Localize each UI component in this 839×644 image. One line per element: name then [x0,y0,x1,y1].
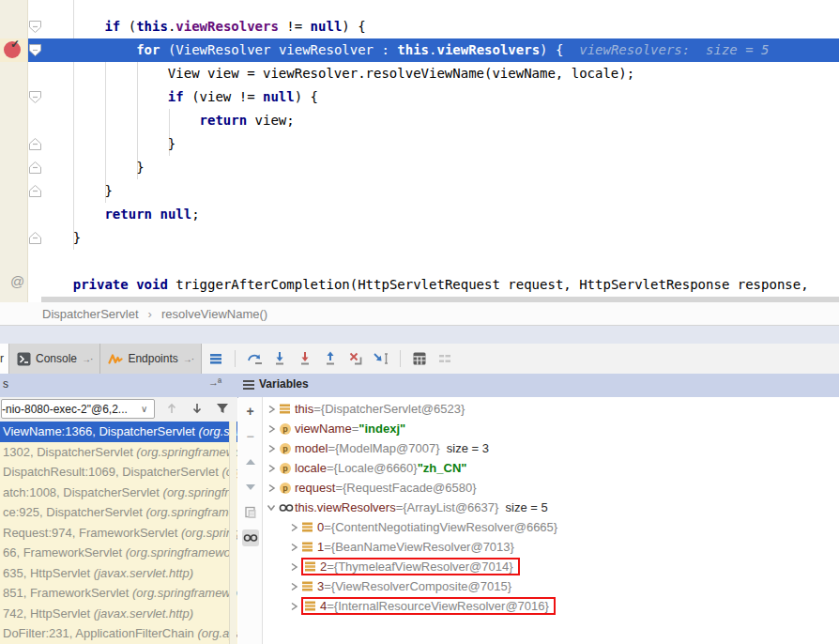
thread-selector-dropdown[interactable]: -nio-8080-exec-2"@6,2... ∨ [1,399,155,419]
chevron-right-icon[interactable] [264,444,279,453]
chevron-right-icon[interactable] [286,602,301,611]
code-line[interactable]: } [28,226,839,250]
code-editor[interactable]: if (this.viewResolvers != null) { for (V… [0,0,839,302]
code-line[interactable]: if (this.viewResolvers != null) { [28,15,839,38]
variable-row[interactable]: this = {DispatcherServlet@6523} [264,399,839,419]
fold-start-icon[interactable] [28,90,42,104]
chevron-right-icon[interactable] [264,483,279,493]
frames-scrollbar[interactable] [229,422,236,644]
variable-row[interactable]: prequest = {RequestFacade@6580} [264,478,839,498]
next-frame-icon[interactable] [189,400,206,417]
drop-frame-icon[interactable] [347,350,364,367]
variable-row[interactable]: pmodel = {ModelMap@7007} size = 3 [264,438,839,458]
step-over-icon[interactable] [246,350,263,367]
svg-text:p: p [282,424,288,434]
fold-start-icon[interactable] [28,20,42,34]
breadcrumb-item[interactable]: resolveViewName() [161,307,267,321]
code-token: } [41,230,81,245]
chevron-down-icon: ∨ [141,404,154,414]
watches-toggle-icon[interactable] [242,529,259,546]
equals-sign: = [327,461,334,475]
variables-menu-icon[interactable] [243,380,254,390]
chevron-right-icon[interactable] [286,523,301,532]
variable-row[interactable]: 4 = {InternalResourceViewResolver@7016} [264,596,839,616]
object-icon [301,541,317,553]
force-step-into-icon[interactable] [297,350,313,367]
svg-text:p: p [282,464,288,473]
fold-end-icon[interactable] [28,231,42,245]
evaluate-expression-icon[interactable] [411,350,428,367]
tab-console[interactable]: Console→· [9,344,100,374]
variable-row[interactable]: 2 = {ThymeleafViewResolver@7014} [264,557,839,576]
chevron-right-icon[interactable] [264,464,279,473]
previous-frame-icon[interactable] [163,400,180,417]
focus-frames-icon[interactable]: →ª [208,376,221,388]
variable-value: {ViewResolverComposite@7015} [331,579,511,593]
stack-frame-row[interactable]: Request:974, FrameworkServlet (org.sprin… [0,523,237,544]
move-down-icon[interactable] [242,479,259,496]
add-watch-icon[interactable]: + [242,403,259,420]
stack-frame-row[interactable]: DispatchResult:1069, DispatcherServlet (… [0,462,237,483]
chevron-right-icon[interactable] [286,543,301,552]
code-line[interactable]: return null; [28,203,839,226]
fold-end-icon[interactable] [28,137,42,151]
code-line[interactable]: } [28,132,839,156]
stack-frame-row[interactable]: atch:1008, DispatcherServlet (org.spring… [0,483,237,503]
stack-frame-row[interactable]: 851, FrameworkServlet (org.springframewo [0,583,237,604]
restore-layout-icon[interactable] [436,350,453,367]
step-out-icon[interactable] [322,350,339,367]
stack-frame-row[interactable]: 635, HttpServlet (javax.servlet.http) [0,563,237,584]
filter-frames-icon[interactable] [214,400,231,417]
code-line[interactable]: private void triggerAfterCompletion(Http… [28,273,839,297]
code-line[interactable]: } [28,156,839,179]
equals-sign: = [324,520,331,534]
breadcrumb-item[interactable]: DispatcherServlet [42,307,139,321]
stack-frame-row[interactable]: 1302, DispatcherServlet (org.springframe… [0,442,237,463]
variable-name: viewName [295,422,352,436]
code-line[interactable]: View view = viewResolver.resolveViewName… [28,62,839,85]
variable-row[interactable]: plocale = {Locale@6660} "zh_CN" [264,458,839,478]
run-to-cursor-icon[interactable] [373,350,389,367]
chevron-right-icon[interactable] [264,405,279,414]
fold-start-icon[interactable] [28,43,42,57]
tab-endpoints[interactable]: Endpoints→· [100,344,202,374]
equals-sign: = [352,422,359,436]
code-line[interactable] [28,250,839,273]
variable-row[interactable]: this.viewResolvers = {ArrayList@6637} si… [264,498,839,517]
tab-debugger-clipped[interactable]: r [0,344,9,374]
stack-frame-row[interactable]: ViewName:1366, DispatcherServlet (org.sp… [0,422,237,442]
variable-name: 4 [320,599,327,613]
code-line[interactable]: return view; [28,109,839,132]
variable-content: 3 = {ViewResolverComposite@7015} [301,578,515,594]
variable-row[interactable]: 0 = {ContentNegotiatingViewResolver@6665… [264,517,839,537]
variable-row[interactable]: 1 = {BeanNameViewResolver@7013} [264,537,839,557]
move-up-icon[interactable] [242,453,259,470]
variable-row[interactable]: 3 = {ViewResolverComposite@7015} [264,576,839,596]
code-lines[interactable]: if (this.viewResolvers != null) { for (V… [28,15,839,297]
stack-frame-row[interactable]: ce:925, DispatcherServlet (org.springfra… [0,502,237,523]
chevron-right-icon[interactable] [286,582,301,591]
code-token: } [41,136,175,151]
stack-frame-row[interactable]: DoFilter:231, ApplicationFilterChain (or… [0,623,237,644]
fold-end-icon[interactable] [28,184,42,198]
stack-frame-row[interactable]: 66, FrameworkServlet (org.springframewor [0,543,237,563]
variable-name: locale [295,461,327,475]
variable-row[interactable]: pviewName = "indexj" [264,419,839,438]
fold-end-icon[interactable] [28,161,42,175]
execution-point-line[interactable]: for (ViewResolver viewResolver : this.vi… [28,38,839,62]
step-into-icon[interactable] [271,350,288,367]
breakpoint-verified-check-icon: ✓ [10,38,20,51]
code-line[interactable]: if (view != null) { [28,85,839,109]
chevron-right-icon[interactable] [264,424,279,434]
copy-stack-icon[interactable] [242,504,259,521]
code-line[interactable]: } [28,179,839,203]
chevron-right-icon[interactable] [286,562,301,572]
stack-frame-row[interactable]: 742, HttpServlet (javax.servlet.http) [0,604,237,624]
variable-content: this = {DispatcherServlet@6523} [279,401,468,417]
param-icon: p [279,482,295,495]
remove-watch-icon[interactable]: − [242,428,259,445]
chevron-down-icon[interactable] [264,503,279,512]
object-icon [304,600,320,612]
call-stack-list: ViewName:1366, DispatcherServlet (org.sp… [0,422,237,644]
show-execution-point-icon[interactable] [207,350,224,367]
